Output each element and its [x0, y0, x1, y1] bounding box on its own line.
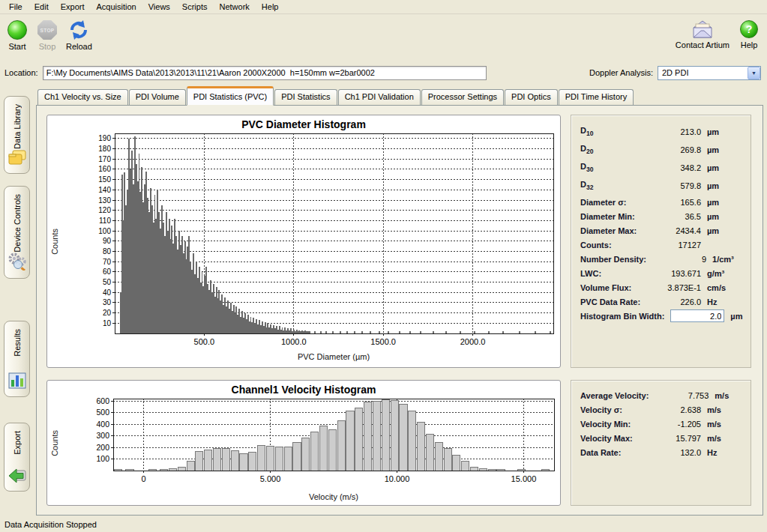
sidebar-item-data-library[interactable]: Data Library [4, 96, 30, 174]
stat-label: D20 [580, 144, 641, 155]
menu-item-network[interactable]: Network [213, 1, 255, 13]
stat-row: Velocity Max:15.797m/s [579, 431, 743, 445]
stat-value: 269.8 [647, 145, 701, 154]
tab-pdi-volume[interactable]: PDI Volume [129, 89, 186, 105]
stat-value: 348.2 [647, 163, 701, 172]
menu-item-views[interactable]: Views [142, 1, 176, 13]
sidebar-item-device-controls[interactable]: Device Controls [4, 186, 30, 279]
doppler-analysis-value: 2D PDI [658, 68, 748, 77]
svg-text:120: 120 [98, 206, 111, 214]
stat-unit: m/s [707, 405, 742, 414]
sidebar: Data LibraryDevice ControlsResultsExport [0, 84, 34, 516]
svg-text:50: 50 [103, 278, 112, 286]
stat-label: PVC Data Rate: [580, 297, 641, 306]
sidebar-item-label: Device Controls [13, 194, 22, 253]
reload-button[interactable]: Reload [66, 20, 92, 51]
svg-text:100: 100 [96, 454, 109, 463]
stat-value: 193.671 [647, 269, 701, 278]
stat-row: Diameter Max:2434.4µm [579, 223, 743, 238]
stat-row: Histogram Bin Width:µm [579, 309, 743, 323]
toolbar: Start STOP Stop Reload Contact Artium [0, 14, 767, 62]
svg-text:10: 10 [103, 319, 112, 327]
tab-pdi-statistics-pvc-[interactable]: PDI Statistics (PVC) [187, 86, 274, 106]
stat-label: Number Density: [580, 255, 646, 264]
svg-text:200: 200 [96, 443, 109, 452]
tab-processor-settings[interactable]: Processor Settings [421, 89, 504, 105]
velocity-x-axis-label: Velocity (m/s) [115, 492, 553, 501]
location-label: Location: [4, 68, 38, 77]
svg-text:170: 170 [98, 155, 111, 163]
svg-text:500.0: 500.0 [194, 337, 215, 346]
doppler-analysis-select[interactable]: 2D PDI ▼ [658, 66, 761, 80]
svg-text:160: 160 [98, 165, 111, 173]
pvc-diameter-x-axis-label: PVC Diameter (µm) [115, 352, 553, 361]
stat-unit: 1/cm³ [712, 255, 747, 264]
start-button[interactable]: Start [7, 20, 27, 51]
svg-text:140: 140 [98, 186, 111, 194]
chevron-down-icon[interactable]: ▼ [748, 67, 760, 79]
help-button-label: Help [741, 40, 758, 49]
stat-label: Volume Flux: [580, 283, 641, 292]
stat-unit: µm [707, 163, 742, 172]
stat-unit: µm [707, 145, 742, 154]
tab-ch1-velocity-vs-size[interactable]: Ch1 Velocity vs. Size [37, 89, 128, 105]
stat-value: 132.0 [647, 448, 701, 457]
svg-text:100: 100 [98, 227, 111, 235]
menu-item-help[interactable]: Help [256, 1, 285, 13]
svg-text:40: 40 [103, 288, 112, 297]
histogram-bin-width-input[interactable] [670, 309, 724, 322]
contact-artium-label: Contact Artium [676, 40, 730, 49]
tab-pdi-time-history[interactable]: PDI Time History [559, 89, 634, 105]
menu-item-export[interactable]: Export [55, 1, 91, 13]
stat-row: D32579.8µm [579, 177, 743, 195]
svg-text:90: 90 [103, 237, 112, 245]
stat-label: Velocity σ: [580, 405, 641, 414]
location-input[interactable] [43, 66, 487, 80]
gears-icon [7, 253, 27, 272]
stat-unit: Hz [707, 297, 742, 306]
stat-value: 579.8 [647, 181, 701, 190]
svg-text:110: 110 [99, 217, 111, 225]
sidebar-item-export[interactable]: Export [4, 423, 30, 492]
stop-button[interactable]: STOP Stop [37, 20, 57, 51]
pvc-diameter-histogram-chart: PVC Diameter Histogram Counts 1020304050… [46, 115, 561, 368]
menu-item-edit[interactable]: Edit [28, 1, 55, 13]
stat-row: D30348.2µm [579, 159, 743, 177]
stat-value: 7.753 [655, 391, 709, 400]
menu-item-file[interactable]: File [3, 1, 28, 13]
stat-row: Data Rate:132.0Hz [579, 445, 743, 459]
svg-text:500: 500 [96, 408, 109, 417]
stat-unit: µm [707, 212, 742, 221]
stat-value: 165.6 [647, 198, 701, 207]
sidebar-item-results[interactable]: Results [4, 321, 30, 397]
stat-row: Diameter σ:165.6µm [579, 195, 743, 209]
menu-item-acquisition[interactable]: Acquisition [91, 1, 142, 13]
contact-artium-button[interactable]: Contact Artium [676, 20, 730, 49]
tab-pdi-statistics[interactable]: PDI Statistics [274, 89, 337, 105]
results-icon [8, 372, 26, 390]
tab-pdi-optics[interactable]: PDI Optics [505, 89, 558, 105]
stat-label: Diameter σ: [580, 198, 641, 207]
reload-icon [69, 20, 88, 40]
svg-text:400: 400 [96, 420, 109, 429]
doppler-analysis-label: Doppler Analysis: [589, 68, 653, 77]
stat-unit: Hz [707, 448, 742, 457]
main-content: Ch1 Velocity vs. SizePDI VolumePDI Stati… [36, 85, 763, 516]
start-button-label: Start [8, 42, 25, 51]
stat-label: Counts: [580, 241, 641, 250]
velocity-histogram-chart: Channel1 Velocity Histogram Counts 10020… [46, 380, 561, 506]
stat-value: 2434.4 [647, 226, 701, 235]
stat-unit: µm [707, 181, 742, 190]
help-button[interactable]: ? Help [740, 20, 758, 49]
stat-unit: m/s [707, 434, 742, 443]
velocity-plot: 10020030040050060005.00010.00015.000 [47, 381, 562, 507]
stat-row: Average Velocity:7.753m/s [579, 388, 743, 402]
tab-ch1-pdi-validation[interactable]: Ch1 PDI Validation [338, 89, 421, 105]
svg-text:130: 130 [98, 196, 111, 205]
menu-item-scripts[interactable]: Scripts [176, 1, 214, 13]
stat-unit: µm [730, 312, 765, 321]
stat-value: 226.0 [647, 297, 701, 306]
svg-text:300: 300 [96, 431, 109, 440]
svg-text:60: 60 [103, 267, 112, 276]
stat-row: LWC:193.671g/m³ [579, 266, 743, 280]
